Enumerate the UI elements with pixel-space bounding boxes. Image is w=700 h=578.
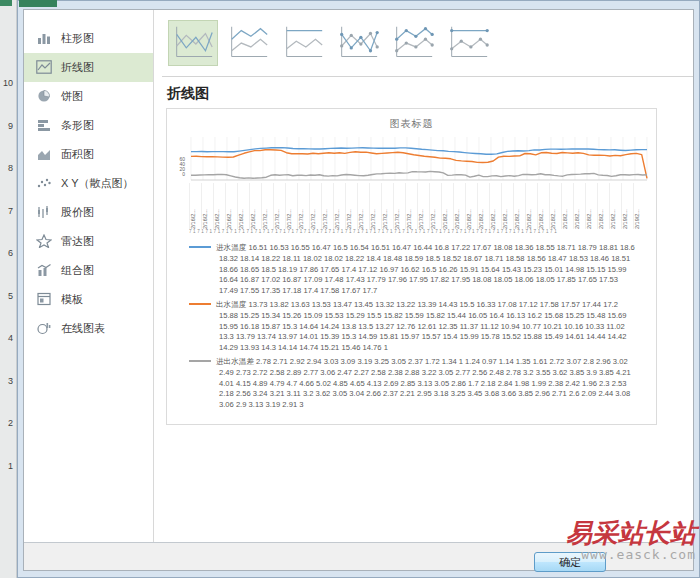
chart-title: 图表标题 bbox=[167, 117, 656, 131]
line-chart-icon bbox=[36, 60, 54, 75]
column-chart-icon bbox=[36, 31, 54, 46]
sidebar-item-label: 股价图 bbox=[61, 205, 94, 220]
sidebar-item-template[interactable]: 模板 bbox=[24, 285, 153, 314]
x-tick-label: 2/17/2... bbox=[273, 183, 285, 229]
watermark-title: 易采站长站 bbox=[566, 519, 696, 547]
sidebar-item-label: 条形图 bbox=[61, 118, 94, 133]
bar-chart-icon bbox=[36, 118, 54, 133]
pie-chart-icon bbox=[36, 89, 54, 104]
x-axis-labels: 2/16/2...2/16/2...2/16/2...2/16/2...2/16… bbox=[189, 183, 645, 229]
x-tick-label: 2/17/2... bbox=[345, 183, 357, 229]
sidebar-item-label: 雷达图 bbox=[61, 234, 94, 249]
scatter-chart-icon bbox=[36, 176, 54, 191]
legend-entry: 进出水温差 2.78 2.71 2.92 2.94 3.03 3.09 3.19… bbox=[189, 357, 638, 411]
x-tick-label: 2/18/2... bbox=[525, 183, 537, 229]
section-title: 折线图 bbox=[167, 85, 693, 103]
subtype-separator bbox=[162, 76, 693, 77]
dialog-panel: 柱形图折线图饼图条形图面积图X Y（散点图）股价图雷达图组合图模板在线图表 折线… bbox=[23, 9, 694, 571]
template-icon bbox=[36, 292, 54, 307]
x-tick-label: 2/17/2... bbox=[357, 183, 369, 229]
excel-row-header: 10987654321 bbox=[0, 0, 17, 578]
line-chart-plot bbox=[189, 135, 649, 183]
excel-row-number: 6 bbox=[0, 248, 13, 258]
legend-swatch bbox=[189, 303, 211, 305]
watermark: 易采站长站 www.easck.com bbox=[566, 519, 696, 562]
x-tick-label: 2/16/2... bbox=[225, 183, 237, 229]
dialog-content: 柱形图折线图饼图条形图面积图X Y（散点图）股价图雷达图组合图模板在线图表 折线… bbox=[24, 10, 693, 543]
legend-text: 出水温度 13.73 13.82 13.63 13.53 13.47 13.45… bbox=[216, 300, 626, 352]
sidebar-item-label: 饼图 bbox=[61, 89, 83, 104]
x-tick-label: 2/18/2... bbox=[573, 183, 585, 229]
chart-subtype-stacked-line[interactable] bbox=[223, 20, 273, 66]
x-tick-label: 2/17/2... bbox=[309, 183, 321, 229]
legend-entry: 进水温度 16.51 16.53 16.55 16.47 16.5 16.54 … bbox=[189, 243, 638, 297]
x-tick-label: 2/16/2... bbox=[189, 183, 201, 229]
x-tick-label: 2/18/2... bbox=[477, 183, 489, 229]
legend-swatch bbox=[189, 360, 211, 362]
x-tick-label: 2/17/2... bbox=[405, 183, 417, 229]
excel-row-number: 7 bbox=[0, 206, 13, 216]
sidebar-item-scatter-chart[interactable]: X Y（散点图） bbox=[24, 169, 153, 198]
x-axis-secondary-labels: 7171717171717171717171717171717171717171… bbox=[189, 229, 645, 237]
x-tick-label: 2/16/2... bbox=[201, 183, 213, 229]
combo-chart-icon bbox=[36, 263, 54, 278]
x-tick-label: 2/17/2... bbox=[393, 183, 405, 229]
watermark-url: www.easck.com bbox=[566, 547, 696, 562]
sidebar-item-label: 在线图表 bbox=[61, 321, 105, 336]
x-tick-label: 2/17/2... bbox=[321, 183, 333, 229]
chart-type-sidebar: 柱形图折线图饼图条形图面积图X Y（散点图）股价图雷达图组合图模板在线图表 bbox=[24, 10, 154, 542]
x-tick-label: 2/18/2... bbox=[561, 183, 573, 229]
excel-row-number: 3 bbox=[0, 376, 13, 386]
excel-green-fragment bbox=[19, 0, 57, 7]
x-tick-label: 2/18/2... bbox=[501, 183, 513, 229]
excel-row-number: 2 bbox=[0, 418, 13, 428]
chart-preview[interactable]: 图表标题 6040200 2/16/2...2/16/2...2/16/2...… bbox=[166, 108, 657, 425]
excel-row-number: 4 bbox=[0, 333, 13, 343]
x-tick-label: 2/18/2... bbox=[585, 183, 597, 229]
legend-swatch bbox=[189, 246, 211, 248]
x-tick-label: 2/17/2... bbox=[429, 183, 441, 229]
sidebar-item-pie-chart[interactable]: 饼图 bbox=[24, 82, 153, 111]
x-tick-label: 2/18/2... bbox=[465, 183, 477, 229]
chart-subtype-100-stacked-line[interactable] bbox=[278, 20, 328, 66]
chart-type-main-pane: 折线图 图表标题 6040200 2/16/2...2/16/2...2/16/… bbox=[154, 10, 693, 542]
excel-row-number: 9 bbox=[0, 121, 13, 131]
sidebar-item-area-chart[interactable]: 面积图 bbox=[24, 140, 153, 169]
chart-plot-area: 6040200 bbox=[171, 135, 646, 183]
x-tick-label: 2/17/2... bbox=[369, 183, 381, 229]
chart-subtype-line-with-markers[interactable] bbox=[333, 20, 383, 66]
sidebar-item-column-chart[interactable]: 柱形图 bbox=[24, 24, 153, 53]
sidebar-item-combo-chart[interactable]: 组合图 bbox=[24, 256, 153, 285]
x-tick-label: 2/17/2... bbox=[381, 183, 393, 229]
sidebar-item-stock-chart[interactable]: 股价图 bbox=[24, 198, 153, 227]
x-tick-label: 2/18/2... bbox=[513, 183, 525, 229]
x-tick-label: 2/18/2... bbox=[537, 183, 549, 229]
sidebar-item-label: 模板 bbox=[61, 292, 83, 307]
legend-text: 进出水温差 2.78 2.71 2.92 2.94 3.03 3.09 3.19… bbox=[216, 357, 631, 409]
x-tick-label: 2/17/2... bbox=[261, 183, 273, 229]
x-tick-label: 2/19/2... bbox=[609, 183, 621, 229]
excel-sheet-fragment bbox=[0, 0, 12, 6]
x-tick-label: 2/19/2... bbox=[621, 183, 633, 229]
stock-chart-icon bbox=[36, 205, 54, 220]
chart-subtype-line[interactable] bbox=[168, 20, 218, 66]
chart-subtype-stacked-line-with-markers[interactable] bbox=[388, 20, 438, 66]
online-chart-icon bbox=[36, 321, 54, 336]
sidebar-item-line-chart[interactable]: 折线图 bbox=[24, 53, 153, 82]
x-tick-label: 2/18/2... bbox=[453, 183, 465, 229]
chart-subtype-100-stacked-line-with-markers[interactable] bbox=[443, 20, 493, 66]
chart-legend: 进水温度 16.51 16.53 16.55 16.47 16.5 16.54 … bbox=[189, 243, 638, 411]
radar-chart-icon bbox=[36, 234, 54, 249]
sidebar-item-online-chart[interactable]: 在线图表 bbox=[24, 314, 153, 343]
x-tick-label: 2/18/2... bbox=[549, 183, 561, 229]
y-tick-label: 0 bbox=[171, 172, 185, 177]
sidebar-item-bar-chart[interactable]: 条形图 bbox=[24, 111, 153, 140]
sidebar-item-label: 折线图 bbox=[61, 60, 94, 75]
sidebar-item-radar-chart[interactable]: 雷达图 bbox=[24, 227, 153, 256]
legend-text: 进水温度 16.51 16.53 16.55 16.47 16.5 16.54 … bbox=[216, 243, 635, 295]
chart-subtype-row bbox=[154, 10, 693, 72]
x-tick-label: 2/17/2... bbox=[297, 183, 309, 229]
sidebar-item-label: X Y（散点图） bbox=[61, 176, 134, 191]
sidebar-item-label: 柱形图 bbox=[61, 31, 94, 46]
excel-row-number: 5 bbox=[0, 291, 13, 301]
